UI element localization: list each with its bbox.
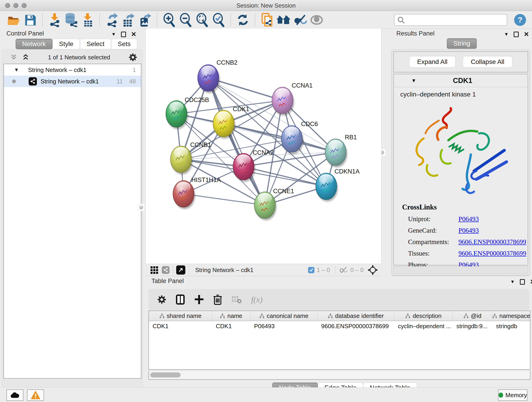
show-columns-icon[interactable] [176,294,185,305]
table-cell[interactable]: CDK1 [149,321,212,331]
export-table-icon[interactable] [120,12,137,28]
delete-table-icon[interactable] [231,295,242,304]
network-canvas[interactable]: CCNB2CCNA1CDC25BCDK1CDC6RB1CCNB1CCNA2CDK… [146,29,382,264]
collapse-all-icon[interactable] [10,54,18,61]
zoom-in-icon[interactable] [161,12,177,28]
network-node-HIST1H1A[interactable]: HIST1H1A [173,177,221,209]
network-node-CDC25B[interactable]: CDC25B [166,96,209,129]
table-cell[interactable]: P06493 [250,321,317,331]
houses-icon[interactable] [275,12,292,28]
close-window-button[interactable] [5,3,10,8]
selected-checkbox-icon[interactable] [308,267,314,273]
column-header-description[interactable]: description [394,311,453,321]
table-row[interactable]: CDK1CDK1P064939606.ENSP00000378699cyclin… [149,321,530,331]
minimize-window-button[interactable] [13,3,18,8]
function-builder-icon[interactable]: f(x) [251,295,263,304]
save-session-icon[interactable] [22,12,38,28]
minimize-panel-icon[interactable]: ▼ [111,32,116,37]
float-panel-icon[interactable] [520,279,525,285]
expand-all-button[interactable]: Expand All [409,56,456,68]
table-cell[interactable]: stringdb [492,321,530,331]
collapse-all-button[interactable]: Collapse All [463,56,512,68]
string-badge-icon[interactable] [162,266,170,274]
close-panel-icon[interactable]: ✕ [131,31,136,38]
network-node-RB1[interactable]: RB1 [325,134,357,167]
table-panel: Table Panel ▼ ✕ [146,277,532,387]
network-edge[interactable] [208,78,265,205]
pan-crosshair-icon[interactable] [368,265,378,275]
crosslinks-title: CrossLinks [402,203,528,211]
table-cell[interactable]: stringdb:9... [453,321,492,331]
crosslink-link[interactable]: 9606.ENSP00000378699 [458,238,526,246]
expander-icon[interactable]: ▼ [14,67,19,73]
tab-sets[interactable]: Sets [111,39,137,49]
node-table[interactable]: shared namenamecanonical namedatabase id… [148,311,530,370]
float-panel-icon[interactable] [514,32,519,37]
table-cell[interactable]: 9606.ENSP00000378699 [317,321,394,331]
table-horizontal-scrollbar[interactable] [148,370,530,380]
search-icon [397,16,405,24]
zoom-fit-icon[interactable] [194,12,210,28]
tab-string[interactable]: String [447,38,477,49]
search-field[interactable] [394,14,507,26]
close-panel-icon[interactable]: ✕ [524,31,529,38]
warning-button[interactable] [27,389,44,401]
zoom-out-icon[interactable] [177,12,194,28]
network-view[interactable]: CCNB2CCNA1CDC25BCDK1CDC6RB1CCNB1CCNA2CDK… [146,29,381,264]
column-header-namespace[interactable]: namespace [492,311,530,321]
tab-network[interactable]: Network [16,39,52,49]
close-panel-icon[interactable]: ✕ [530,278,532,286]
memory-button[interactable]: Memory [498,389,527,401]
export-image-icon[interactable] [137,12,153,28]
minimize-panel-icon[interactable]: ▼ [504,32,509,37]
collapse-entry-icon[interactable]: ▼ [411,78,416,84]
network-node-CCNE1[interactable]: CCNE1 [254,188,294,220]
network-edge[interactable] [224,123,336,152]
table-cell[interactable]: cyclin–dependent ... [394,321,453,331]
expand-all-icon[interactable] [22,54,30,61]
column-header-@id[interactable]: @id [453,311,492,321]
glasses-slash-icon[interactable] [292,12,308,28]
left-splitter-handle[interactable] [138,204,145,211]
network-row-selected[interactable]: String Network – cdk1 11 48 [4,76,141,87]
network-node-CDKN1A[interactable]: CDKN1A [316,168,360,202]
table-cell[interactable]: CDK1 [212,321,250,331]
tab-style[interactable]: Style [52,39,80,49]
network-node-CCNB2[interactable]: CCNB2 [198,59,238,93]
float-panel-icon[interactable] [121,32,126,37]
import-network-icon[interactable] [46,12,63,28]
crosslink-link[interactable]: P06493 [458,215,479,223]
clone-network-icon[interactable] [259,12,275,28]
gear-icon[interactable] [128,53,137,62]
open-in-window-icon[interactable] [176,265,185,274]
column-header-name[interactable]: name [212,311,250,321]
crosslink-link[interactable]: P06493 [458,227,479,234]
network-collection-row[interactable]: ▼ String Network – cdk1 1 [4,64,141,76]
open-session-icon[interactable] [6,12,22,28]
crosslink-link[interactable]: 9606.ENSP00000378699 [458,249,526,257]
refresh-layout-icon[interactable] [234,12,251,28]
tab-select[interactable]: Select [80,39,111,49]
create-column-icon[interactable] [194,294,204,305]
results-scrollbar[interactable] [393,266,528,274]
protein-structure-image [401,99,520,198]
import-database-icon[interactable] [63,12,79,28]
column-header-shared-name[interactable]: shared name [149,311,212,321]
control-panel: Control Panel ▼ ✕ NetworkStyleSelectSets… [0,29,144,387]
cloud-button[interactable] [6,389,23,401]
column-header-canonical-name[interactable]: canonical name [250,311,317,321]
delete-column-icon[interactable] [213,294,222,305]
network-node-CDC6[interactable]: CDC6 [281,121,318,154]
birds-eye-grid-icon[interactable] [151,266,158,274]
column-header-database-identifier[interactable]: database identifier [317,311,394,321]
minimize-panel-icon[interactable]: ▼ [510,279,515,284]
eye-icon[interactable] [308,12,325,28]
help-icon[interactable]: ? [514,14,526,26]
gear-icon[interactable] [157,295,166,304]
zoom-selected-icon[interactable] [210,12,227,28]
export-network-icon[interactable] [104,12,120,28]
import-table-icon[interactable] [79,12,96,28]
search-input[interactable] [394,14,507,26]
zoom-window-button[interactable] [22,3,27,8]
network-edge[interactable] [184,194,265,205]
